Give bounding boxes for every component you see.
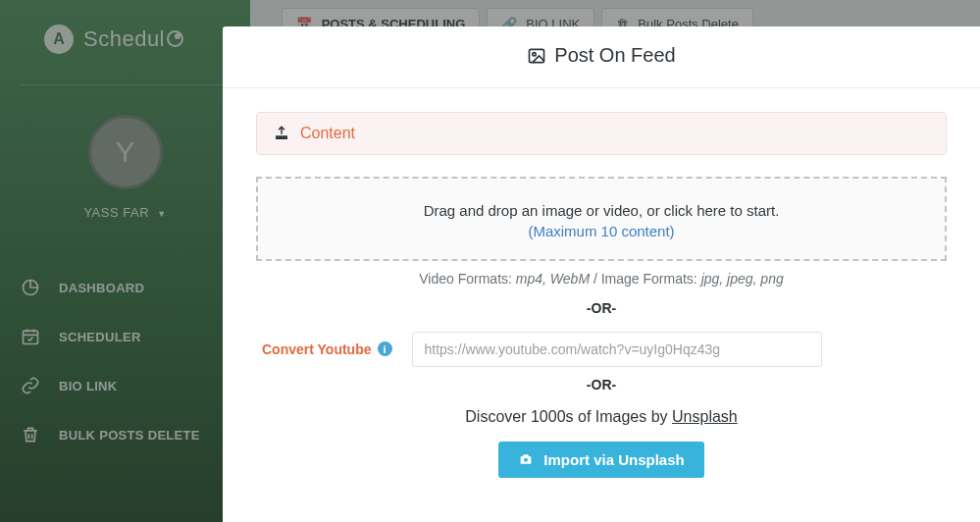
- unsplash-link[interactable]: Unsplash: [672, 408, 738, 425]
- format-separator: /: [593, 271, 597, 287]
- svg-point-3: [533, 52, 536, 55]
- modal-header: Post On Feed: [223, 26, 980, 88]
- unsplash-discover-text: Discover 1000s of Images by Unsplash: [256, 408, 947, 426]
- modal-body: Content Drag and drop an image or video,…: [223, 88, 980, 497]
- svg-rect-2: [530, 49, 544, 62]
- content-panel: Content: [256, 112, 947, 155]
- info-icon[interactable]: i: [378, 341, 392, 356]
- dropzone-max-note: (Maximum 10 content): [270, 223, 933, 239]
- supported-formats: Video Formats: mp4, WebM / Image Formats…: [256, 271, 947, 287]
- youtube-convert-label: Convert Youtube i: [262, 341, 392, 357]
- import-unsplash-label: Import via Unsplash: [543, 451, 684, 468]
- youtube-row: Convert Youtube i: [256, 332, 947, 367]
- content-panel-title: Content: [300, 125, 355, 142]
- video-formats: mp4, WebM: [516, 271, 590, 287]
- dropzone-instruction: Drag and drop an image or video, or clic…: [270, 202, 933, 219]
- modal-title: Post On Feed: [554, 44, 675, 67]
- media-dropzone[interactable]: Drag and drop an image or video, or clic…: [256, 177, 947, 261]
- youtube-url-input[interactable]: [412, 332, 822, 367]
- image-formats: jpg, jpeg, png: [701, 271, 784, 287]
- svg-point-5: [524, 458, 528, 462]
- video-formats-label: Video Formats:: [419, 271, 512, 287]
- camera-icon: [518, 451, 534, 467]
- or-divider-2: -OR-: [256, 377, 947, 392]
- image-formats-label: Image Formats:: [601, 271, 697, 287]
- or-divider-1: -OR-: [256, 300, 947, 316]
- upload-icon: [273, 125, 290, 142]
- content-panel-header: Content: [257, 113, 946, 154]
- post-on-feed-modal: Post On Feed Content Drag and drop an im…: [223, 26, 980, 522]
- svg-rect-4: [276, 135, 287, 139]
- import-unsplash-button[interactable]: Import via Unsplash: [498, 442, 703, 478]
- image-icon: [527, 46, 546, 66]
